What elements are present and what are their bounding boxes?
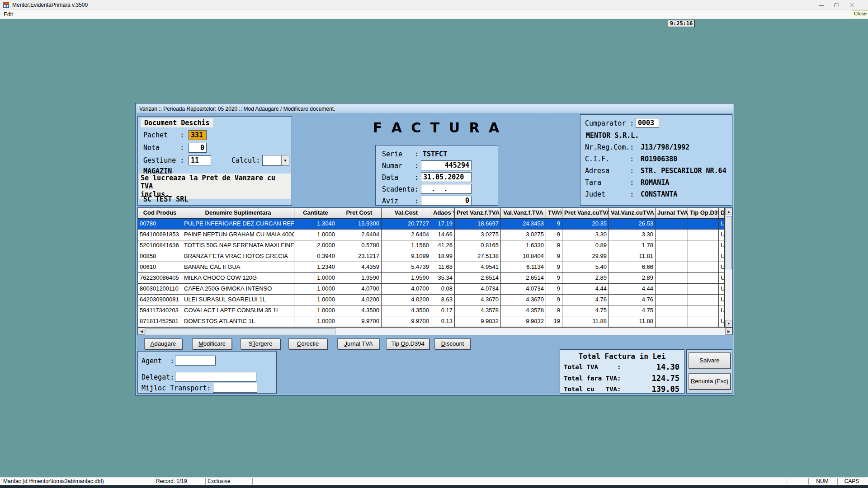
window-titlebar[interactable]: Vanzari :: Perioada Rapoartelor: 05 2020… xyxy=(137,104,733,113)
table-cell: 4.0200 xyxy=(382,295,431,305)
nota-field[interactable] xyxy=(189,143,207,153)
data-field[interactable] xyxy=(421,172,472,182)
vertical-scrollbar[interactable]: ▲ ▼ xyxy=(725,208,732,327)
screen: Mentor.EvidentaPrimara v.3500 Edit Close… xyxy=(0,0,868,488)
save-cancel-panel: Salvare (Ctrl+L) Renunta (Esc) xyxy=(686,349,732,394)
table-cell: 3.0275 xyxy=(455,230,501,240)
menubar: Edit xyxy=(0,10,868,19)
app-titlebar: Mentor.EvidentaPrimara v.3500 xyxy=(0,0,868,10)
adaugare-button[interactable]: Adaugare xyxy=(144,338,182,349)
table-row[interactable]: 00780PULPE INFERIOARE DEZ.CURCAN REF1.30… xyxy=(138,219,725,230)
table-cell: 15.9300 xyxy=(337,219,382,230)
column-header: Pret Cost xyxy=(337,208,382,219)
table-row[interactable]: 594117340203COVALACT LAPTE CONSUM 35 1L1… xyxy=(138,305,725,316)
transport-field[interactable] xyxy=(213,383,257,393)
column-header: Pret Vanz.cuTVA xyxy=(562,208,609,219)
table-cell: 23.1217 xyxy=(337,251,382,262)
close-button[interactable] xyxy=(844,0,860,9)
customer-detail-label: Nr.Reg.Com.: xyxy=(585,143,634,151)
table-cell: 11.88 xyxy=(609,316,656,327)
table-cell: 18.99 xyxy=(431,251,455,262)
table-cell: 3.0275 xyxy=(501,230,546,240)
column-header: TVA% xyxy=(546,208,562,219)
table-row[interactable]: 871811452581DOMESTOS ATLANTIC 1L1.00009.… xyxy=(138,316,725,327)
gestiune-field[interactable] xyxy=(189,155,211,165)
invoice-title: F A C T U R A xyxy=(331,120,543,136)
restore-button[interactable] xyxy=(829,0,844,9)
table-cell: 4.44 xyxy=(609,284,656,295)
agent-field[interactable] xyxy=(175,356,216,366)
scroll-up-icon[interactable]: ▲ xyxy=(725,208,732,215)
table-cell: 9.1099 xyxy=(382,251,431,262)
column-header: Cantitate xyxy=(294,208,337,219)
table-cell xyxy=(688,230,719,240)
table-cell: 0.89 xyxy=(562,240,609,251)
table-cell: 4.0734 xyxy=(501,284,546,295)
total-fara-tva-value: 124.75 xyxy=(652,374,679,383)
table-cell: 1.0000 xyxy=(294,230,337,240)
jurnal-tva-button[interactable]: Jurnal TVA xyxy=(337,338,380,349)
table-cell: 1.0000 xyxy=(294,295,337,305)
table-row[interactable]: 800301200110CAFEA 250G GIMOKA INTENSO1.0… xyxy=(138,284,725,295)
bottom-edge xyxy=(0,485,868,488)
table-cell: 29.99 xyxy=(562,251,609,262)
horizontal-scroll-thumb[interactable] xyxy=(146,328,335,334)
scroll-right-icon[interactable]: ▶ xyxy=(725,328,732,335)
table-row[interactable]: 00610BANANE CAL II GUA1.23404.43595.4739… xyxy=(138,262,725,273)
table-cell xyxy=(656,273,688,284)
table-cell: CAFEA 250G GIMOKA INTENSO xyxy=(182,284,294,295)
clock: 9:25:16 xyxy=(668,20,695,27)
table-cell: 20.7727 xyxy=(382,219,431,230)
table-cell: 520100841636 xyxy=(138,240,182,251)
stergere-button[interactable]: STergere xyxy=(241,338,280,349)
modificare-button[interactable]: Modificare xyxy=(192,338,232,349)
totals-title: Total Factura in Lei xyxy=(560,352,684,361)
delegat-label: Delegat: xyxy=(142,373,174,381)
discount-button[interactable]: Discount xyxy=(434,338,471,349)
cancel-button[interactable]: Renunta (Esc) xyxy=(689,373,731,389)
column-header: Jurnal TVA xyxy=(656,208,688,219)
aviz-field[interactable] xyxy=(421,196,472,206)
table-cell: 5.40 xyxy=(562,262,609,273)
table-cell: 0.17 xyxy=(431,305,455,316)
table-cell: 20.35 xyxy=(562,219,609,230)
table-cell: 4.3670 xyxy=(455,295,501,305)
table-cell: 41.26 xyxy=(431,240,455,251)
table-cell: 9 xyxy=(546,284,562,295)
numar-field[interactable] xyxy=(421,160,472,170)
delegat-field[interactable] xyxy=(175,372,256,382)
table-cell: 17.19 xyxy=(431,219,455,230)
save-button[interactable]: Salvare (Ctrl+L) xyxy=(689,352,731,369)
column-header: Cod Produs xyxy=(138,208,182,219)
scroll-down-icon[interactable]: ▼ xyxy=(725,320,732,327)
close-icon xyxy=(849,2,855,8)
agent-panel: Agent : Delegat: Mijloc Transport: xyxy=(137,351,277,394)
table-row[interactable]: 594100691853PAINE NEPTUN GRAHAM CU MAIA … xyxy=(138,230,725,240)
table-cell: 1.9590 xyxy=(382,273,431,284)
table-cell: 9 xyxy=(546,262,562,273)
table-cell: U xyxy=(719,284,725,295)
cumparator-field[interactable] xyxy=(636,118,659,128)
chevron-down-icon[interactable]: ▼ xyxy=(281,155,289,166)
menu-edit[interactable]: Edit xyxy=(0,11,17,18)
table-cell: DOMESTOS ATLANTIC 1L xyxy=(182,316,294,327)
table-row[interactable]: 642030900081ULEI SURASUL SOARELUI 1L1.00… xyxy=(138,295,725,305)
minimize-button[interactable] xyxy=(814,0,829,9)
table-row[interactable]: 520100841636TOTTIS 50G NAP SERENATA MAXI… xyxy=(138,240,725,251)
scadenta-field[interactable] xyxy=(421,184,472,194)
table-row[interactable]: 00858BRANZA FETA VRAC HOTOS GRECIA0.3940… xyxy=(138,251,725,262)
scroll-left-icon[interactable]: ◀ xyxy=(138,328,145,335)
corectie-button[interactable]: Corectie xyxy=(288,338,327,349)
table-cell xyxy=(688,262,719,273)
table-cell: 2.6514 xyxy=(455,273,501,284)
customer-detail-label: Judet : xyxy=(585,190,634,198)
table-cell: 19 xyxy=(546,316,562,327)
vertical-scroll-thumb[interactable] xyxy=(726,216,732,269)
table-cell: 9 xyxy=(546,295,562,305)
tip-op-d394-button[interactable]: Tip Op.D394 xyxy=(386,338,429,349)
calcul-dropdown[interactable]: ▼ xyxy=(262,155,289,166)
table-row[interactable]: 762230086405MILKA CHOCO COW 120G1.00001.… xyxy=(138,273,725,284)
table-cell xyxy=(688,219,719,230)
pachet-field[interactable] xyxy=(189,130,207,140)
horizontal-scrollbar[interactable]: ◀ ▶ xyxy=(138,327,732,335)
